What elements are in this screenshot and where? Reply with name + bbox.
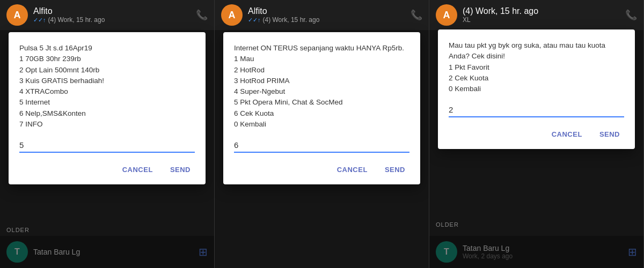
panel-2: A Alfito ✓✓↑ (4) Work, 15 hr. ago 📞 Inte…	[215, 0, 429, 268]
panel-1: A Alfito ✓✓↑ (4) Work, 15 hr. ago 📞 Puls…	[0, 0, 215, 268]
cancel-button-3[interactable]: CANCEL	[547, 128, 587, 140]
contact-meta-2: (4) Work, 15 hr. ago	[263, 16, 320, 24]
contact-sub-1: ✓✓↑ (4) Work, 15 hr. ago	[33, 16, 191, 24]
header-info-2: Alfito ✓✓↑ (4) Work, 15 hr. ago	[248, 6, 405, 24]
dialog-input-1[interactable]	[19, 138, 195, 153]
older-label-1: OLDER	[6, 227, 30, 233]
cancel-button-1[interactable]: CANCEL	[118, 163, 157, 176]
contact-sub-3: XL	[463, 16, 620, 24]
send-button-3[interactable]: SEND	[595, 128, 624, 140]
send-button-2[interactable]: SEND	[380, 163, 409, 176]
send-button-1[interactable]: SEND	[166, 163, 195, 176]
dialog-input-2[interactable]	[234, 138, 409, 153]
dialog-1: Pulsa 5 Jt s.d 16Apr19 1 70GB 30hr 239rb…	[9, 32, 206, 184]
dialog-message-1: Pulsa 5 Jt s.d 16Apr19 1 70GB 30hr 239rb…	[19, 43, 195, 130]
check-marks-2: ✓✓↑	[248, 17, 261, 24]
header-info-1: Alfito ✓✓↑ (4) Work, 15 hr. ago	[33, 6, 191, 24]
contact-xl-3: XL	[463, 16, 471, 24]
avatar-3: A	[436, 4, 457, 26]
phone-icon-2[interactable]: 📞	[411, 9, 422, 21]
avatar-2: A	[221, 4, 243, 26]
dialog-input-3[interactable]	[449, 103, 624, 117]
contact-name-1: Alfito	[33, 6, 191, 16]
dialog-actions-2: CANCEL SEND	[234, 163, 409, 176]
dialog-3: Mau tau pkt yg byk org suka, atau mau ta…	[438, 29, 635, 149]
header-2: A Alfito ✓✓↑ (4) Work, 15 hr. ago 📞	[215, 0, 429, 30]
dialog-actions-3: CANCEL SEND	[449, 128, 624, 140]
dialog-2: Internet ON TERUS sepanjang waktu HANYA …	[223, 32, 420, 184]
contact-meta-1: (4) Work, 15 hr. ago	[48, 16, 105, 24]
panel-3: A (4) Work, 15 hr. ago XL 📞 Mau tau pkt …	[429, 0, 644, 268]
check-marks-1: ✓✓↑	[33, 17, 46, 24]
dialog-actions-1: CANCEL SEND	[19, 163, 195, 176]
older-label-3: OLDER	[436, 221, 459, 228]
contact-name-3: (4) Work, 15 hr. ago	[463, 6, 620, 16]
phone-icon-1[interactable]: 📞	[196, 9, 208, 21]
dialog-message-2: Internet ON TERUS sepanjang waktu HANYA …	[234, 43, 409, 130]
avatar-1: A	[6, 4, 28, 26]
dialog-message-3: Mau tau pkt yg byk org suka, atau mau ta…	[449, 40, 624, 94]
header-3: A (4) Work, 15 hr. ago XL 📞	[429, 0, 643, 30]
contact-sub-2: ✓✓↑ (4) Work, 15 hr. ago	[248, 16, 405, 24]
phone-icon-3[interactable]: 📞	[625, 9, 637, 21]
cancel-button-2[interactable]: CANCEL	[333, 163, 372, 176]
header-1: A Alfito ✓✓↑ (4) Work, 15 hr. ago 📞	[0, 0, 214, 30]
header-info-3: (4) Work, 15 hr. ago XL	[463, 6, 620, 24]
contact-name-2: Alfito	[248, 6, 405, 16]
